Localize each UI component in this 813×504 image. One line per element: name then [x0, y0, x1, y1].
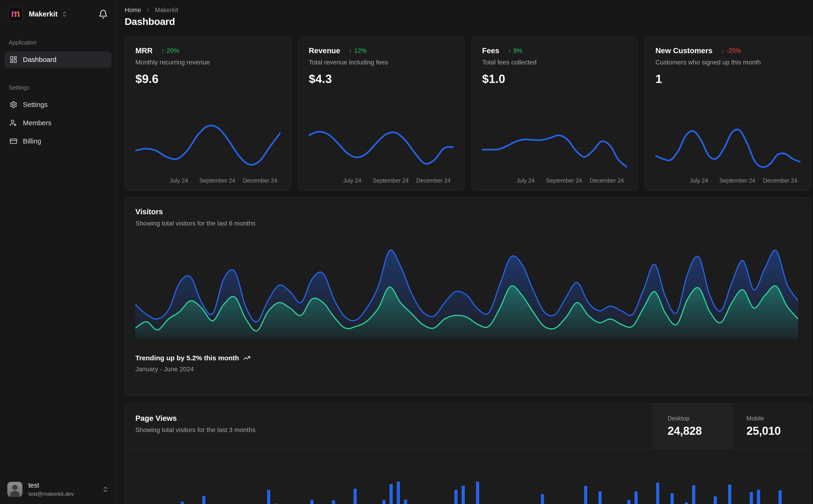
stat-subtitle: Total fees collected: [482, 59, 627, 66]
arrow-up-icon: ↑: [508, 47, 511, 54]
page-views-chart-area: [125, 449, 811, 504]
members-icon: [10, 119, 17, 127]
page-views-title: Page Views: [135, 414, 643, 423]
sidebar-nav: Application Dashboard Settings Settings …: [0, 39, 116, 151]
sidebar-item-label: Dashboard: [23, 56, 56, 64]
sidebar: m Makerkit Application Dashboard Setting…: [0, 0, 117, 504]
stat-card-fees: Fees ↑ 9% Total fees collected $1.0 July…: [471, 36, 638, 191]
breadcrumb-current: Makerkit: [155, 7, 178, 14]
visitors-card: Visitors Showing total visitors for the …: [125, 197, 811, 396]
stat-card-mrr: MRR ↑ 20% Monthly recurring revenue $9.6…: [125, 36, 291, 191]
makerkit-logo: m: [8, 7, 23, 21]
stat-title: MRR: [135, 46, 152, 55]
trending-up-icon: [243, 354, 251, 362]
trend-text: Trending up by 5.2% this month: [135, 354, 239, 362]
sidebar-item-label: Settings: [23, 101, 48, 109]
nav-section-settings: Settings: [5, 84, 112, 91]
dashboard-icon: [10, 56, 17, 64]
stat-subtitle: Total revenue including fees: [309, 59, 454, 66]
billing-icon: [10, 137, 17, 145]
stat-delta-badge: ↑ 9%: [508, 47, 522, 54]
nav-section-application: Application: [5, 39, 112, 46]
toggle-mobile[interactable]: Mobile 25,010: [732, 403, 811, 449]
page-title: Dashboard: [125, 16, 811, 27]
x-axis-ticks: July 24 September 24 December 24: [309, 177, 454, 184]
stat-value: $1.0: [482, 72, 627, 86]
visitors-subtitle: Showing total visitors for the last 6 mo…: [135, 220, 800, 227]
stat-delta-value: -25%: [727, 47, 741, 54]
main-content: Home Makerkit Dashboard MRR ↑ 20% Monthl…: [117, 0, 813, 504]
chevrons-up-down-icon: [61, 11, 68, 17]
notifications-button[interactable]: [98, 9, 108, 19]
user-avatar: [7, 482, 22, 497]
trend-summary: Trending up by 5.2% this month: [135, 354, 800, 362]
sidebar-item-members[interactable]: Members: [5, 115, 112, 131]
logo-letter: m: [11, 8, 20, 19]
stat-delta-badge: ↓ -25%: [721, 47, 741, 54]
user-email: test@makerkit.dev: [28, 491, 74, 497]
arrow-down-icon: ↓: [721, 47, 724, 54]
stat-cards-row: MRR ↑ 20% Monthly recurring revenue $9.6…: [125, 36, 811, 191]
stat-title: Fees: [482, 46, 499, 55]
stat-value: $9.6: [135, 72, 280, 86]
x-axis-ticks: July 24 September 24 December 24: [656, 177, 800, 184]
page-views-card: Page Views Showing total visitors for th…: [125, 403, 811, 504]
sidebar-item-label: Members: [23, 119, 51, 127]
stat-delta-value: 12%: [354, 47, 367, 54]
arrow-up-icon: ↑: [349, 47, 352, 54]
sparkline-chart: July 24 September 24 December 24: [656, 113, 800, 184]
sparkline-chart: July 24 September 24 December 24: [482, 113, 627, 184]
stat-subtitle: Customers who signed up this month: [656, 59, 800, 66]
arrow-up-icon: ↑: [161, 47, 164, 54]
workspace-selector[interactable]: m Makerkit: [8, 7, 68, 21]
breadcrumb: Home Makerkit: [125, 6, 811, 14]
settings-icon: [10, 101, 17, 109]
page-views-bar-chart: [135, 449, 798, 504]
sidebar-item-dashboard[interactable]: Dashboard: [5, 51, 112, 68]
sparkline-chart: July 24 September 24 December 24: [135, 113, 280, 184]
x-axis-ticks: July 24 September 24 December 24: [482, 177, 627, 184]
stat-card-new-customers: New Customers ↓ -25% Customers who signe…: [645, 36, 811, 191]
visitors-area-chart: [135, 240, 798, 339]
workspace-name: Makerkit: [29, 10, 58, 18]
stat-delta-badge: ↑ 12%: [349, 47, 367, 54]
stat-delta-badge: ↑ 20%: [161, 47, 179, 54]
sidebar-item-billing[interactable]: Billing: [5, 133, 112, 149]
stat-title: New Customers: [656, 46, 712, 55]
stat-value: 1: [656, 72, 800, 86]
sidebar-item-label: Billing: [23, 137, 41, 145]
bell-icon: [98, 9, 108, 19]
x-axis-ticks: July 24 September 24 December 24: [135, 177, 280, 184]
page-views-header: Page Views Showing total visitors for th…: [125, 403, 811, 449]
toggle-desktop[interactable]: Desktop 24,828: [653, 403, 732, 449]
user-menu[interactable]: test test@makerkit.dev: [0, 475, 116, 504]
sparkline-chart: July 24 September 24 December 24: [309, 113, 454, 184]
page-views-subtitle: Showing total visitors for the last 3 mo…: [135, 426, 643, 434]
sidebar-item-settings[interactable]: Settings: [5, 96, 112, 113]
stat-subtitle: Monthly recurring revenue: [135, 59, 280, 66]
sidebar-header: m Makerkit: [0, 0, 116, 21]
stat-delta-value: 20%: [167, 47, 179, 54]
visitors-title: Visitors: [135, 207, 800, 216]
user-name: test: [28, 482, 74, 489]
trend-period: January - June 2024: [135, 366, 800, 373]
stat-value: $4.3: [309, 72, 454, 86]
chevrons-up-down-icon: [102, 486, 109, 493]
stat-title: Revenue: [309, 46, 340, 55]
breadcrumb-home-link[interactable]: Home: [125, 7, 141, 14]
stat-card-revenue: Revenue ↑ 12% Total revenue including fe…: [298, 36, 464, 191]
chevron-right-icon: [145, 7, 151, 13]
stat-delta-value: 9%: [513, 47, 522, 54]
